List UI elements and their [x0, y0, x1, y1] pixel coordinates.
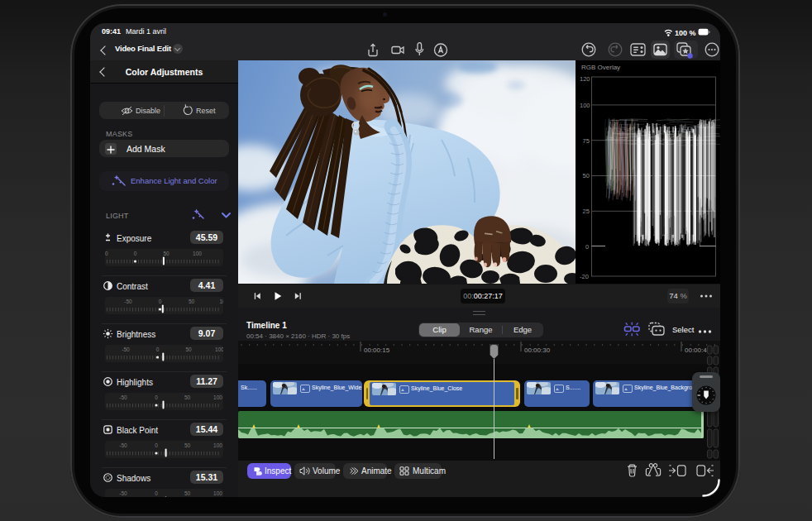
svg-text:50: 50 [185, 347, 192, 352]
svg-text:50: 50 [184, 442, 191, 448]
svg-text:50: 50 [163, 251, 170, 256]
svg-text:120: 120 [580, 75, 590, 83]
svg-text:00:00:15: 00:00:15 [364, 347, 390, 354]
svg-text:-50: -50 [124, 299, 132, 304]
svg-text:-50: -50 [105, 251, 108, 256]
svg-text:50: 50 [184, 490, 191, 496]
svg-text:50: 50 [184, 394, 191, 400]
svg-text:RGB Overlay: RGB Overlay [581, 64, 620, 71]
svg-text:0: 0 [155, 442, 158, 448]
svg-text:0: 0 [585, 243, 589, 251]
svg-text:Enhance Light and Color: Enhance Light and Color [131, 176, 217, 185]
svg-text:-50: -50 [119, 394, 127, 400]
svg-text:100: 100 [580, 102, 590, 109]
svg-text:100: 100 [213, 490, 222, 496]
svg-text:0: 0 [155, 490, 158, 496]
svg-text:Reset: Reset [196, 107, 216, 115]
svg-text:0: 0 [156, 347, 160, 352]
svg-text:-20: -20 [580, 273, 589, 280]
svg-text:-50: -50 [119, 442, 127, 448]
svg-text:100: 100 [193, 251, 202, 256]
svg-text:10: 10 [219, 299, 223, 304]
svg-text:-50: -50 [122, 347, 130, 352]
svg-text:100: 100 [215, 347, 223, 352]
svg-text:0: 0 [159, 299, 162, 304]
svg-text:0: 0 [155, 394, 158, 400]
svg-text:0: 0 [134, 251, 137, 256]
svg-text:100 %: 100 % [675, 29, 696, 37]
svg-text:-50: -50 [119, 490, 127, 496]
svg-text:00:00:30: 00:00:30 [524, 347, 551, 354]
svg-text:50: 50 [189, 299, 195, 304]
svg-text:Add Mask: Add Mask [127, 144, 165, 154]
svg-text:100: 100 [213, 442, 222, 448]
svg-text:Disable: Disable [136, 107, 160, 115]
svg-text:25: 25 [583, 208, 590, 215]
svg-text:75: 75 [583, 137, 590, 145]
svg-text:100: 100 [213, 394, 222, 400]
svg-text:50: 50 [583, 172, 590, 179]
